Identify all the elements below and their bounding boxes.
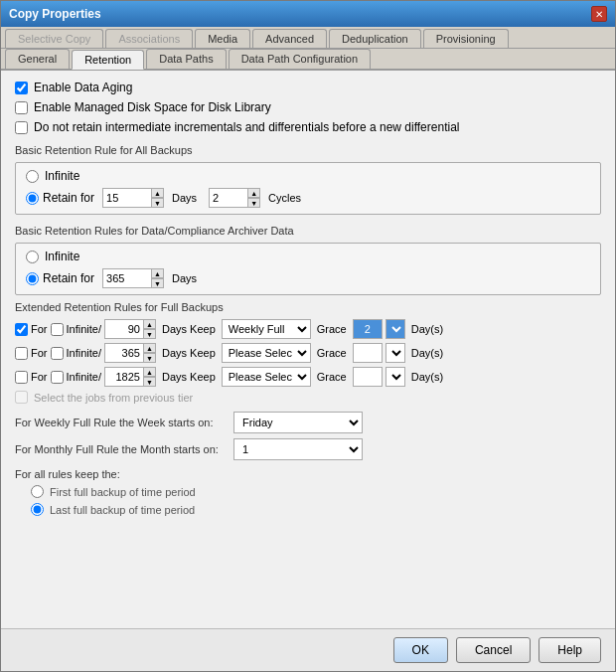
ext-row1-grace-unit-dropdown[interactable]: ▼: [385, 319, 405, 339]
ext-row3-grace-input[interactable]: [353, 367, 383, 387]
tab-general[interactable]: General: [5, 49, 70, 69]
ext-row1-days-keep-label: Days Keep: [162, 323, 216, 335]
basic-retention-compliance-title: Basic Retention Rules for Data/Complianc…: [15, 225, 601, 237]
ext-row3-days-up[interactable]: ▲: [144, 367, 156, 377]
ext-row1-for-checkbox[interactable]: [15, 323, 28, 336]
ext-row2-days-keep-label: Days Keep: [162, 347, 216, 359]
bottom-tab-row: General Retention Data Paths Data Path C…: [1, 49, 615, 71]
tab-deduplication[interactable]: Deduplication: [329, 29, 421, 48]
tab-selective-copy[interactable]: Selective Copy: [5, 29, 103, 48]
keep-last-label: Last full backup of time period: [50, 504, 195, 516]
compliance-infinite-row: Infinite: [26, 250, 590, 263]
do-not-retain-row: Do not retain intermediate incrementals …: [15, 120, 601, 134]
basic-all-days-input[interactable]: [102, 188, 152, 208]
keep-last-row: Last full backup of time period: [31, 503, 601, 516]
weekly-dropdown[interactable]: Friday Sunday Monday Tuesday Wednesday T…: [233, 412, 363, 433]
enable-managed-disk-label: Enable Managed Disk Space for Disk Libra…: [34, 100, 271, 114]
ext-row1-days-down[interactable]: ▼: [144, 329, 156, 339]
select-jobs-label: Select the jobs from previous tier: [34, 392, 193, 404]
ext-row2-grace-label: Grace: [317, 347, 347, 359]
close-button[interactable]: ✕: [591, 6, 607, 22]
top-tab-row: Selective Copy Associations Media Advanc…: [1, 27, 615, 49]
tab-media[interactable]: Media: [195, 29, 250, 48]
ext-row3-days-input[interactable]: [104, 367, 144, 387]
ext-row1-infinite-label: Infinite/: [67, 323, 101, 335]
basic-all-days-up[interactable]: ▲: [152, 188, 164, 198]
compliance-days-spinner: ▲ ▼: [152, 268, 164, 288]
ext-row2-days-group: ▲ ▼: [104, 343, 156, 363]
monthly-dropdown[interactable]: 1 2 3: [233, 438, 363, 460]
monthly-row: For Monthly Full Rule the Month starts o…: [15, 438, 601, 460]
enable-data-aging-label: Enable Data Aging: [34, 81, 132, 94]
compliance-infinite-radio[interactable]: [26, 251, 39, 263]
ext-row2-grace-unit-dropdown[interactable]: ▼: [385, 343, 405, 363]
ext-row1-keep-dropdown[interactable]: Weekly Full Please Select: [222, 319, 311, 339]
ext-row3-infinite-checkbox[interactable]: [51, 371, 64, 384]
basic-all-cycles-input[interactable]: [209, 188, 248, 208]
ext-row1-days-group: ▲ ▼: [104, 319, 156, 339]
compliance-days-up[interactable]: ▲: [152, 268, 164, 278]
extended-row-2: For Infinite/ ▲ ▼ Days Keep Please Selec…: [15, 343, 601, 363]
ext-row3-days-suffix: Day(s): [411, 371, 443, 383]
title-bar: Copy Properties ✕: [1, 1, 615, 27]
ext-row2-days-input[interactable]: [104, 343, 144, 363]
ext-row2-days-down[interactable]: ▼: [144, 353, 156, 363]
select-jobs-checkbox[interactable]: [15, 391, 28, 404]
ext-row2-days-spinner: ▲ ▼: [144, 343, 156, 363]
ext-row3-for-label: For: [31, 371, 48, 383]
enable-data-aging-row: Enable Data Aging: [15, 81, 601, 94]
basic-all-cycles-up[interactable]: ▲: [248, 188, 260, 198]
tab-data-path-configuration[interactable]: Data Path Configuration: [229, 49, 371, 69]
tab-data-paths[interactable]: Data Paths: [146, 49, 226, 69]
ext-row1-infinite-checkbox[interactable]: [51, 323, 64, 336]
tab-retention[interactable]: Retention: [72, 50, 144, 70]
compliance-days-down[interactable]: ▼: [152, 278, 164, 288]
do-not-retain-label: Do not retain intermediate incrementals …: [34, 120, 459, 134]
basic-all-retain-radio[interactable]: [26, 192, 39, 205]
keep-first-radio[interactable]: [31, 485, 44, 498]
ext-row2-for-checkbox[interactable]: [15, 347, 28, 360]
ext-row2-infinite-label: Infinite/: [67, 347, 101, 359]
ext-row1-for-label: For: [31, 323, 48, 335]
ext-row2-infinite-checkbox[interactable]: [51, 347, 64, 360]
ext-row3-days-down[interactable]: ▼: [144, 377, 156, 387]
compliance-retain-radio[interactable]: [26, 272, 39, 285]
ext-row2-days-up[interactable]: ▲: [144, 343, 156, 353]
ext-row3-keep-dropdown[interactable]: Please Select Weekly Full: [222, 367, 311, 387]
compliance-days-spinner-group: ▲ ▼: [102, 268, 164, 288]
basic-retention-all-title: Basic Retention Rule for All Backups: [15, 144, 601, 156]
window-title: Copy Properties: [9, 7, 101, 21]
help-button[interactable]: Help: [539, 637, 601, 663]
ext-row3-grace-unit-dropdown[interactable]: ▼: [385, 367, 405, 387]
do-not-retain-checkbox[interactable]: [15, 121, 28, 134]
enable-managed-disk-checkbox[interactable]: [15, 101, 28, 114]
keep-first-row: First full backup of time period: [31, 485, 601, 498]
tab-associations[interactable]: Associations: [105, 29, 193, 48]
ok-button[interactable]: OK: [393, 637, 448, 663]
basic-all-cycles-down[interactable]: ▼: [248, 198, 260, 208]
basic-all-retain-row: Retain for ▲ ▼ Days ▲ ▼: [26, 188, 590, 208]
cancel-button[interactable]: Cancel: [456, 637, 531, 663]
basic-all-days-down[interactable]: ▼: [152, 198, 164, 208]
compliance-retain-label: Retain for: [43, 271, 94, 285]
compliance-days-input[interactable]: [102, 268, 152, 288]
weekly-label: For Weekly Full Rule the Week starts on:: [15, 417, 233, 428]
basic-all-infinite-radio[interactable]: [26, 170, 39, 183]
extended-retention-title: Extended Retention Rules for Full Backup…: [15, 301, 601, 313]
basic-all-infinite-row: Infinite: [26, 169, 590, 183]
ext-row2-keep-dropdown[interactable]: Please Select Weekly Full: [222, 343, 311, 363]
basic-retention-all-section: Basic Retention Rule for All Backups Inf…: [15, 144, 601, 215]
ext-row3-for-checkbox[interactable]: [15, 371, 28, 384]
ext-row1-grace-input[interactable]: [353, 319, 383, 339]
tab-provisioning[interactable]: Provisioning: [423, 29, 509, 48]
keep-rules-section: For all rules keep the: First full backu…: [15, 468, 601, 516]
tab-advanced[interactable]: Advanced: [252, 29, 327, 48]
extended-row-1: For Infinite/ ▲ ▼ Days Keep Weekly Full …: [15, 319, 601, 339]
ext-row2-for-label: For: [31, 347, 48, 359]
enable-data-aging-checkbox[interactable]: [15, 82, 28, 94]
ext-row1-days-input[interactable]: [104, 319, 144, 339]
week-month-section: For Weekly Full Rule the Week starts on:…: [15, 412, 601, 460]
ext-row2-grace-input[interactable]: [353, 343, 383, 363]
keep-last-radio[interactable]: [31, 503, 44, 516]
ext-row1-days-up[interactable]: ▲: [144, 319, 156, 329]
